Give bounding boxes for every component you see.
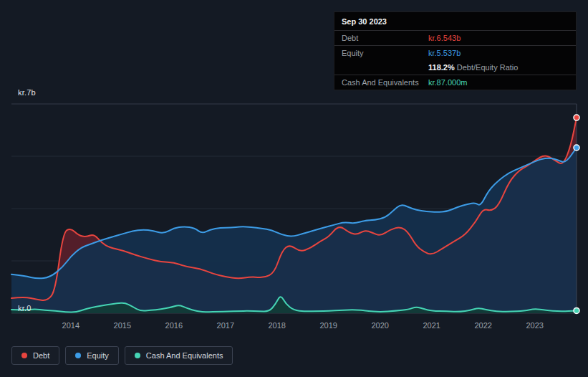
tooltip-ratio-value-group: 118.2% Debt/Equity Ratio (428, 63, 569, 72)
tooltip-group-equity: Equity kr.5.537b 118.2% Debt/Equity Rati… (334, 46, 576, 75)
debt-equity-history-panel: 2014201520162017201820192020202120222023… (0, 0, 588, 377)
tooltip-ratio-value: 118.2% (428, 63, 455, 72)
legend-item-label: Cash And Equivalents (146, 351, 223, 360)
tooltip-equity-value: kr.5.537b (428, 49, 569, 57)
chart-tooltip: Sep 30 2023 Debt kr.6.543b Equity kr.5.5… (334, 11, 577, 90)
x-tick-2016: 2016 (165, 321, 183, 330)
x-tick-2014: 2014 (62, 321, 79, 330)
tooltip-equity-label: Equity (342, 49, 428, 57)
cash-legend-dot-icon (135, 353, 140, 358)
debt-end-marker (574, 115, 579, 120)
legend-item-label: Debt (33, 351, 49, 360)
tooltip-row-cash: Cash And Equivalents kr.87.000m (334, 75, 576, 90)
chart-legend: DebtEquityCash And Equivalents (11, 346, 233, 365)
x-tick-2015: 2015 (114, 321, 131, 330)
tooltip-row-equity: Equity kr.5.537b (334, 46, 576, 60)
tooltip-row-ratio: 118.2% Debt/Equity Ratio (334, 60, 576, 75)
x-tick-2021: 2021 (423, 321, 440, 330)
x-tick-2019: 2019 (319, 321, 337, 330)
equity-legend-dot-icon (75, 353, 81, 358)
cash-end-marker (574, 307, 579, 313)
tooltip-cash-value: kr.87.000m (428, 78, 569, 87)
legend-item-label: Equity (87, 351, 109, 360)
tooltip-ratio-label: Debt/Equity Ratio (457, 63, 519, 72)
legend-item-cash[interactable]: Cash And Equivalents (125, 346, 233, 365)
x-tick-2020: 2020 (371, 321, 388, 330)
tooltip-debt-value: kr.6.543b (428, 34, 569, 42)
equity-area (11, 148, 577, 313)
x-tick-2023: 2023 (526, 321, 543, 330)
legend-item-debt[interactable]: Debt (11, 346, 59, 365)
tooltip-date: Sep 30 2023 (334, 12, 576, 31)
tooltip-cash-label: Cash And Equivalents (342, 78, 428, 87)
equity-end-marker (574, 145, 579, 151)
x-tick-2017: 2017 (217, 321, 234, 330)
x-tick-2018: 2018 (268, 321, 285, 330)
debt-legend-dot-icon (21, 353, 27, 358)
x-tick-2022: 2022 (474, 321, 491, 330)
tooltip-debt-label: Debt (342, 34, 428, 42)
y-axis-label-bottom: kr.0 (18, 304, 32, 312)
legend-item-equity[interactable]: Equity (65, 346, 119, 365)
y-axis-label-top: kr.7b (18, 88, 36, 97)
tooltip-row-debt: Debt kr.6.543b (334, 31, 576, 46)
